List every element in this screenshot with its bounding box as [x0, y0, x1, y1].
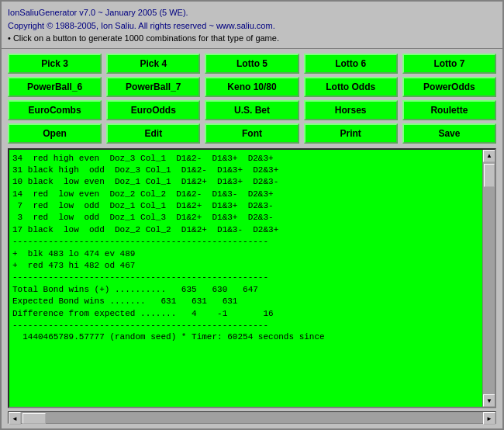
- print-button[interactable]: Print: [304, 123, 398, 144]
- lotto-odds-button[interactable]: Lotto Odds: [304, 77, 398, 97]
- button-row-3: EuroCombs EuroOdds U.S. Bet Horses Roule…: [8, 100, 496, 120]
- scrollbar-track[interactable]: [483, 162, 495, 395]
- scroll-right-button[interactable]: ►: [483, 412, 495, 425]
- keno-button[interactable]: Keno 10/80: [205, 77, 299, 97]
- edit-button[interactable]: Edit: [106, 123, 200, 144]
- scroll-up-button[interactable]: ▲: [483, 150, 495, 162]
- button-row-4: Open Edit Font Print Save: [8, 123, 496, 144]
- us-bet-button[interactable]: U.S. Bet: [205, 100, 299, 120]
- button-row-2: PowerBall_6 PowerBall_7 Keno 10/80 Lotto…: [8, 77, 496, 97]
- horizontal-scrollbar: ◄ ►: [8, 411, 496, 424]
- vertical-scrollbar: ▲ ▼: [482, 150, 495, 407]
- header-line1: IonSaliuGenerator v7.0 ~ January 2005 (5…: [8, 6, 496, 19]
- scrollbar-thumb[interactable]: [484, 164, 495, 187]
- euro-odds-button[interactable]: EuroOdds: [106, 100, 200, 120]
- power-odds-button[interactable]: PowerOdds: [402, 77, 496, 97]
- scroll-down-button[interactable]: ▼: [483, 394, 495, 407]
- save-button[interactable]: Save: [402, 123, 496, 144]
- output-text: 34 red high even Doz_3 Col_1 D1&2- D1&3+…: [9, 150, 495, 407]
- pick4-button[interactable]: Pick 4: [106, 54, 200, 74]
- main-window: IonSaliuGenerator v7.0 ~ January 2005 (5…: [0, 0, 504, 430]
- pick3-button[interactable]: Pick 3: [8, 54, 102, 74]
- font-button[interactable]: Font: [205, 123, 299, 144]
- output-container: 34 red high even Doz_3 Col_1 D1&2- D1&3+…: [8, 148, 496, 409]
- button-row-1: Pick 3 Pick 4 Lotto 5 Lotto 6 Lotto 7: [8, 54, 496, 74]
- hscrollbar-thumb[interactable]: [22, 413, 46, 424]
- euro-combs-button[interactable]: EuroCombs: [8, 100, 102, 120]
- header: IonSaliuGenerator v7.0 ~ January 2005 (5…: [2, 2, 502, 49]
- header-line3: • Click on a button to generate 1000 com…: [8, 32, 496, 45]
- powerball6-button[interactable]: PowerBall_6: [8, 77, 102, 97]
- powerball7-button[interactable]: PowerBall_7: [106, 77, 200, 97]
- hscrollbar-track[interactable]: [21, 412, 483, 423]
- lotto5-button[interactable]: Lotto 5: [205, 54, 299, 74]
- horses-button[interactable]: Horses: [304, 100, 398, 120]
- roulette-button[interactable]: Roulette: [402, 100, 496, 120]
- lotto6-button[interactable]: Lotto 6: [304, 54, 398, 74]
- scroll-left-button[interactable]: ◄: [9, 412, 21, 425]
- lotto7-button[interactable]: Lotto 7: [402, 54, 496, 74]
- buttons-section: Pick 3 Pick 4 Lotto 5 Lotto 6 Lotto 7 Po…: [2, 49, 502, 148]
- open-button[interactable]: Open: [8, 123, 102, 144]
- header-line2: Copyright © 1988-2005, Ion Saliu. All ri…: [8, 19, 496, 33]
